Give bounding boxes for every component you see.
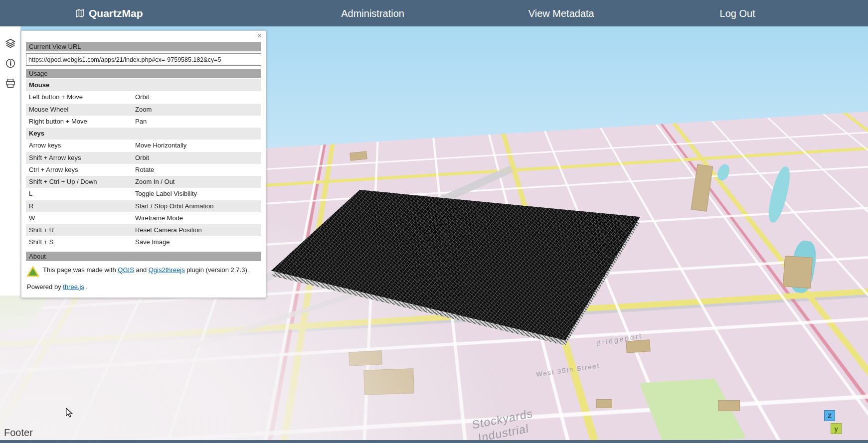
usage-action: Mouse <box>29 81 135 89</box>
left-tool-rail <box>0 26 20 295</box>
usage-table: Mouse Left button + MoveOrbit Mouse Whee… <box>26 79 261 249</box>
section-header-current-view-url: Current View URL <box>26 42 261 51</box>
usage-row: LToggle Label Visibility <box>26 188 261 200</box>
qgis2threejs-logo-icon <box>27 266 39 279</box>
about-section: This page was made with QGIS and Qgis2th… <box>26 265 261 279</box>
usage-group-heading: Mouse <box>26 79 261 91</box>
section-header-usage: Usage <box>26 69 261 78</box>
brand-label: QuartzMap <box>89 7 143 19</box>
usage-row: Left button + MoveOrbit <box>26 91 261 103</box>
usage-group-heading: Keys <box>26 128 261 140</box>
brand-quartzmap[interactable]: QuartzMap <box>76 7 143 19</box>
usage-row: Shift + Arrow keysOrbit <box>26 152 261 164</box>
about-text: This page was made with QGIS and Qgis2th… <box>43 265 249 279</box>
usage-action: Left button + Move <box>29 93 135 101</box>
usage-action: Right button + Move <box>29 118 135 126</box>
usage-result <box>135 130 258 138</box>
threejs-link[interactable]: three.js <box>63 283 84 291</box>
building-footprint <box>626 339 651 353</box>
usage-row: WWireframe Mode <box>26 212 261 224</box>
usage-result: Reset Camera Position <box>135 226 258 234</box>
nav-item-log-out[interactable]: Log Out <box>720 7 755 19</box>
layers-icon[interactable] <box>0 33 20 53</box>
bottom-bar <box>0 440 868 443</box>
usage-result: Orbit <box>135 154 258 162</box>
building-footprint <box>783 256 813 289</box>
usage-row: Arrow keysMove Horizontally <box>26 140 261 151</box>
usage-result: Save Image <box>135 238 258 246</box>
nav-item-administration[interactable]: Administration <box>341 7 404 19</box>
usage-action: Shift + S <box>29 238 135 246</box>
usage-action: Keys <box>29 130 135 138</box>
usage-row: Shift + RReset Camera Position <box>26 224 261 236</box>
usage-row: Shift + Ctrl + Up / DownZoom In / Out <box>26 176 261 188</box>
usage-action: L <box>29 190 135 198</box>
usage-row: Shift + SSave Image <box>26 236 261 248</box>
about-made-prefix: This page was made with <box>43 266 118 274</box>
usage-result: Wireframe Mode <box>135 214 258 222</box>
usage-action: Mouse Wheel <box>29 106 135 114</box>
usage-result: Zoom In / Out <box>135 178 258 186</box>
usage-action: Arrow keys <box>29 142 135 149</box>
nav-item-view-metadata[interactable]: View Metadata <box>528 7 594 19</box>
viewer-help-panel: × Current View URL Usage Mouse Left butt… <box>21 30 266 298</box>
navigation-gizmo[interactable]: Z y <box>824 410 848 434</box>
usage-action: R <box>29 202 135 210</box>
usage-result: Orbit <box>135 93 258 101</box>
usage-result: Rotate <box>135 166 258 174</box>
identify-info-icon[interactable] <box>0 53 20 73</box>
qgis-link[interactable]: QGIS <box>118 266 134 274</box>
powered-prefix: Powered by <box>27 283 63 291</box>
usage-action: W <box>29 214 135 222</box>
usage-result: Zoom <box>135 106 258 114</box>
usage-row: Right button + MovePan <box>26 116 261 128</box>
nav-menu: Administration View Metadata Log Out <box>143 0 868 26</box>
about-made-suffix: plugin (version 2.7.3). <box>185 266 249 274</box>
gizmo-y-axis[interactable]: y <box>831 423 842 434</box>
print-icon[interactable] <box>0 73 20 93</box>
usage-result: Move Horizontally <box>135 142 258 149</box>
qgis2threejs-link[interactable]: Qgis2threejs <box>149 266 185 274</box>
usage-row: RStart / Stop Orbit Animation <box>26 200 261 212</box>
usage-row: Ctrl + Arrow keysRotate <box>26 164 261 176</box>
building-footprint <box>596 399 612 408</box>
section-header-about: About <box>26 252 261 261</box>
top-navbar: QuartzMap Administration View Metadata L… <box>0 0 868 26</box>
usage-action: Shift + Arrow keys <box>29 154 135 162</box>
usage-result <box>135 81 258 89</box>
building-footprint <box>718 400 740 411</box>
usage-action: Shift + R <box>29 226 135 234</box>
gizmo-z-axis[interactable]: Z <box>824 410 835 421</box>
about-and: and <box>134 266 149 274</box>
usage-action: Shift + Ctrl + Up / Down <box>29 178 135 186</box>
usage-row: Mouse WheelZoom <box>26 104 261 116</box>
usage-result: Pan <box>135 118 258 126</box>
map-brand-icon <box>76 9 84 17</box>
powered-by-line: Powered by three.js . <box>26 283 261 292</box>
footer-text: Footer <box>4 427 33 439</box>
close-icon[interactable]: × <box>257 32 262 40</box>
powered-suffix: . <box>84 283 88 291</box>
usage-result: Start / Stop Orbit Animation <box>135 202 258 210</box>
current-view-url-input[interactable] <box>26 53 261 66</box>
usage-result: Toggle Label Visibility <box>135 190 258 198</box>
usage-action: Ctrl + Arrow keys <box>29 166 135 174</box>
